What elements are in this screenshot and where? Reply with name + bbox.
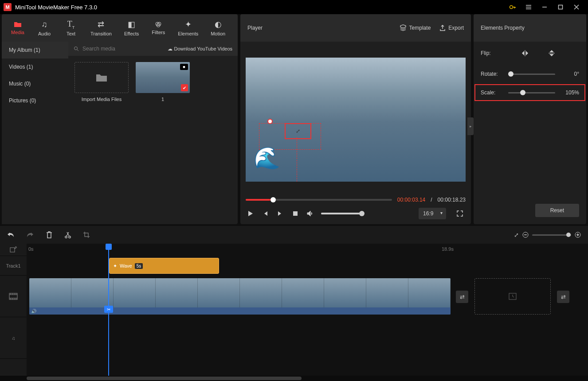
zoom-out-button[interactable] (522, 232, 529, 238)
menu-icon[interactable] (521, 0, 537, 14)
cloud-download-icon: ☁ (168, 46, 172, 52)
timeline-toolbar: ⤢ (0, 226, 588, 244)
text-icon: TT (67, 19, 75, 30)
undo-button[interactable] (7, 232, 14, 238)
template-icon (400, 24, 407, 31)
playhead[interactable]: ✂ (108, 244, 109, 376)
fullscreen-button[interactable] (457, 210, 466, 217)
minimize-button[interactable] (537, 0, 553, 14)
next-frame-button[interactable] (276, 210, 285, 217)
element-clip-wave[interactable]: ✦ Wave 5s (109, 258, 219, 274)
rotate-value: 0° (560, 71, 579, 77)
tab-media[interactable]: Media (5, 18, 30, 38)
folder-icon (95, 72, 108, 83)
motion-icon: ◐ (215, 19, 222, 29)
tab-text[interactable]: TT Text (59, 17, 83, 39)
search-input[interactable] (81, 44, 168, 54)
volume-slider[interactable] (321, 213, 364, 214)
reset-button[interactable]: Reset (535, 204, 579, 217)
video-badge-icon: ■ (180, 64, 188, 70)
tab-effects[interactable]: ◧ Effects (119, 17, 144, 39)
video-track-icon (0, 276, 27, 317)
svg-point-5 (74, 47, 78, 50)
player-title: Player (247, 25, 391, 31)
tab-elements[interactable]: ✦ Elements (172, 17, 204, 39)
aspect-ratio-select[interactable]: 16:9 (419, 208, 446, 219)
playhead-split-icon[interactable]: ✂ (104, 306, 113, 313)
timeline: Track1 ♫ 0s 18.9s ✦ Wave 5s 🔊 (0, 244, 588, 376)
app-title: MiniTool MovieMaker Free 7.3.0 (15, 4, 505, 11)
zoom-slider[interactable] (532, 234, 571, 236)
scale-value: 105% (560, 89, 579, 96)
svg-point-7 (65, 236, 67, 238)
download-youtube-link[interactable]: ☁ Download YouTube Videos (168, 46, 233, 52)
resize-handle-icon[interactable]: ⤢ (296, 128, 300, 134)
transition-right-button[interactable]: ⇄ (557, 291, 569, 303)
scale-slider[interactable] (508, 92, 555, 93)
rotate-label: Rotate: (481, 71, 504, 77)
split-button[interactable] (65, 231, 71, 238)
music-note-icon: ♫ (41, 20, 47, 29)
svg-point-8 (69, 236, 71, 238)
media-sidebar: My Album (1) Videos (1) Music (0) Pictur… (2, 42, 68, 224)
timeline-hscroll[interactable] (0, 376, 588, 381)
sidebar-item-pictures[interactable]: Pictures (0) (2, 92, 68, 109)
elements-icon: ✦ (185, 19, 192, 29)
music-track-icon: ♫ (0, 317, 27, 359)
scale-row: Scale: 105% (474, 83, 586, 102)
added-check-icon: ✔ (181, 84, 188, 91)
effects-icon: ◧ (128, 19, 135, 29)
flip-vertical-button[interactable] (546, 48, 557, 58)
tab-audio[interactable]: ♫ Audio (32, 17, 57, 39)
tab-filters[interactable]: Filters (146, 18, 171, 38)
sidebar-item-my-album[interactable]: My Album (1) (2, 42, 68, 58)
flip-label: Flip: (481, 50, 504, 56)
properties-panel: Elements Property Flip: Rotate: 0° Scale… (474, 14, 586, 224)
media-thumb-1[interactable]: ■ ✔ 1 (136, 62, 190, 102)
titlebar: M MiniTool MovieMaker Free 7.3.0 (0, 0, 588, 14)
template-button[interactable]: Template (400, 24, 431, 31)
filters-icon (155, 21, 162, 28)
wave-element[interactable]: 🌊 (254, 145, 280, 171)
import-media-button[interactable]: Import Media Files (74, 62, 129, 102)
player-panel: Player Template Export ⤢ 🌊 ▸ (240, 14, 471, 224)
transition-slot[interactable] (474, 278, 551, 315)
zoom-in-button[interactable] (575, 232, 581, 238)
play-button[interactable] (246, 210, 255, 217)
flip-horizontal-button[interactable] (520, 48, 530, 58)
close-button[interactable] (568, 0, 584, 14)
tab-motion[interactable]: ◐ Motion (205, 17, 231, 39)
folder-icon (14, 21, 22, 28)
clip-audio-icon: 🔊 (31, 309, 36, 314)
crop-button[interactable] (83, 232, 90, 238)
rotate-slider[interactable] (508, 74, 555, 75)
add-track-button[interactable] (0, 244, 27, 256)
sidebar-item-music[interactable]: Music (0) (2, 75, 68, 92)
volume-icon[interactable] (306, 210, 315, 217)
export-button[interactable]: Export (439, 25, 464, 31)
track1-label: Track1 (0, 256, 27, 276)
stop-button[interactable] (291, 211, 300, 216)
sidebar-item-videos[interactable]: Videos (1) (2, 58, 68, 75)
maximize-button[interactable] (553, 0, 568, 14)
redo-button[interactable] (27, 232, 34, 238)
unlock-key-icon[interactable] (505, 0, 521, 14)
video-clip-1[interactable]: 🔊 (29, 278, 451, 315)
svg-rect-11 (10, 248, 15, 252)
expand-properties-tab[interactable]: ▸ (467, 117, 474, 135)
media-panel: Media ♫ Audio TT Text ⇄ Transition ◧ Eff… (2, 14, 238, 224)
scrub-slider[interactable] (246, 199, 392, 201)
transition-icon: ⇄ (98, 19, 104, 29)
time-current: 00:00:03.14 (397, 197, 425, 203)
transition-left-button[interactable]: ⇄ (456, 291, 468, 303)
svg-point-0 (510, 6, 513, 9)
zoom-fit-button[interactable]: ⤢ (514, 232, 519, 238)
search-icon (74, 46, 79, 51)
time-total: 00:00:18.23 (438, 197, 466, 203)
svg-rect-1 (559, 5, 563, 9)
preview-canvas[interactable]: ⤢ 🌊 (246, 58, 466, 182)
prev-frame-button[interactable] (261, 210, 270, 217)
delete-button[interactable] (46, 231, 52, 238)
tab-transition[interactable]: ⇄ Transition (85, 17, 117, 39)
export-icon (439, 25, 446, 31)
